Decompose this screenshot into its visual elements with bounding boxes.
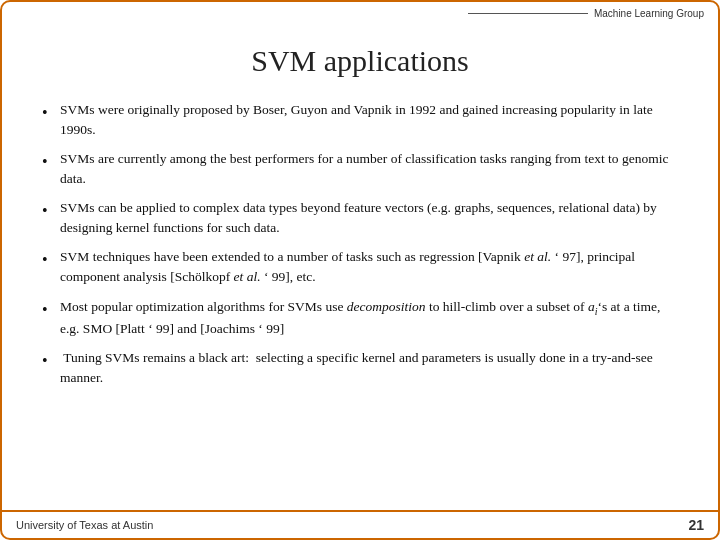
- bullet-dot: •: [42, 348, 60, 372]
- list-item: • Most popular optimization algorithms f…: [42, 297, 678, 339]
- footer-page-number: 21: [688, 517, 704, 533]
- list-item: • SVMs can be applied to complex data ty…: [42, 198, 678, 237]
- bullet-dot: •: [42, 297, 60, 321]
- bullet-text: Most popular optimization algorithms for…: [60, 297, 678, 339]
- list-item: • SVMs are currently among the best perf…: [42, 149, 678, 188]
- slide: Machine Learning Group SVM applications …: [0, 0, 720, 540]
- bullet-dot: •: [42, 198, 60, 222]
- list-item: • SVM techniques have been extended to a…: [42, 247, 678, 286]
- bullet-text: SVMs can be applied to complex data type…: [60, 198, 678, 237]
- brand-label: Machine Learning Group: [594, 8, 704, 19]
- list-item: • SVMs were originally proposed by Boser…: [42, 100, 678, 139]
- footer-university: University of Texas at Austin: [16, 519, 153, 531]
- slide-content: • SVMs were originally proposed by Boser…: [2, 100, 718, 407]
- header-bar: Machine Learning Group: [468, 2, 718, 19]
- bullet-dot: •: [42, 100, 60, 124]
- list-item: • Tuning SVMs remains a black art: selec…: [42, 348, 678, 387]
- bullet-text: SVMs were originally proposed by Boser, …: [60, 100, 678, 139]
- footer: University of Texas at Austin 21: [2, 510, 718, 538]
- bullet-dot: •: [42, 247, 60, 271]
- bullet-text: SVMs are currently among the best perfor…: [60, 149, 678, 188]
- header-line: [468, 13, 588, 14]
- bullet-text: SVM techniques have been extended to a n…: [60, 247, 678, 286]
- bullet-text: Tuning SVMs remains a black art: selecti…: [60, 348, 678, 387]
- bullet-dot: •: [42, 149, 60, 173]
- bullet-list: • SVMs were originally proposed by Boser…: [42, 100, 678, 387]
